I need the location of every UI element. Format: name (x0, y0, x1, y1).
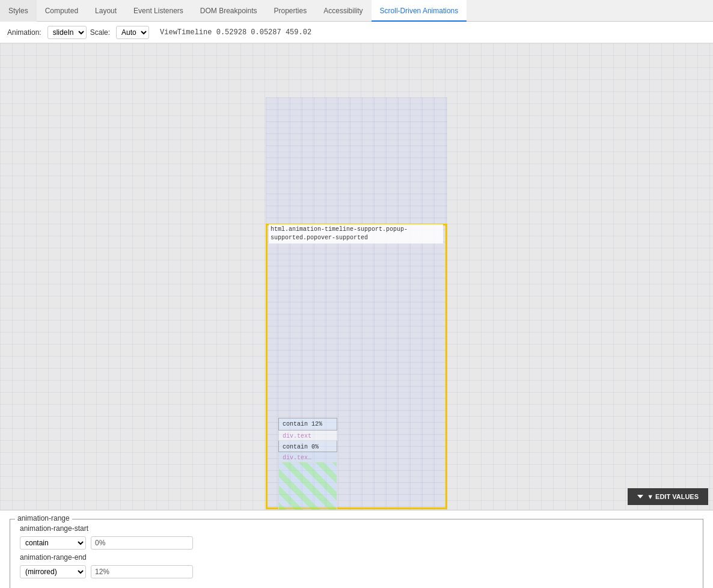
toolbar: Animation: slideIn Scale: Auto ViewTimel… (0, 22, 713, 43)
bottom-panel: animation-range animation-range-start co… (0, 510, 713, 588)
tab-dom-breakpoints[interactable]: DOM Breakpoints (192, 0, 266, 22)
range-end-inputs: (mirrored) contain cover entry exit (20, 565, 693, 578)
div-text-2-row: div.tex… (278, 452, 337, 462)
range-start-row: animation-range-start (20, 524, 693, 533)
contain-0-row: contain 0% (278, 441, 337, 452)
animation-select[interactable]: slideIn (47, 26, 87, 39)
tab-bar: Styles Computed Layout Event Listeners D… (0, 0, 713, 22)
tab-event-listeners[interactable]: Event Listeners (125, 0, 192, 22)
tab-computed[interactable]: Computed (37, 0, 87, 22)
edit-values-label: ▼ EDIT VALUES (647, 493, 699, 500)
tab-scroll-driven-animations[interactable]: Scroll-Driven Animations (372, 0, 467, 22)
scroll-timeline-label: html.animation-timeline-support.popup-su… (269, 224, 443, 243)
range-start-input[interactable] (91, 536, 193, 550)
range-end-row: animation-range-end (20, 553, 693, 562)
canvas-area: html.animation-timeline-support.popup-su… (0, 43, 713, 510)
striped-area (278, 462, 337, 510)
div-text-1-row: div.text (278, 430, 337, 441)
contain-12-label: contain 12% (281, 420, 324, 429)
tab-properties[interactable]: Properties (266, 0, 316, 22)
view-timeline-info: ViewTimeline 0.52928 0.05287 459.02 (160, 28, 311, 37)
tab-accessibility[interactable]: Accessibility (315, 0, 371, 22)
scroll-timeline-box: html.animation-timeline-support.popup-su… (266, 224, 447, 509)
animation-range-fieldset: animation-range animation-range-start co… (10, 519, 703, 588)
animation-label: Animation: (7, 28, 41, 37)
triangle-icon (637, 495, 643, 498)
range-end-input[interactable] (91, 565, 193, 578)
scale-select[interactable]: Auto (116, 26, 149, 39)
edit-values-button[interactable]: ▼ EDIT VALUES (628, 488, 708, 505)
range-start-label: animation-range-start (20, 524, 116, 533)
contain-0-label: contain 0% (281, 443, 320, 452)
range-start-inputs: contain cover entry exit entry-crossing … (20, 536, 693, 550)
range-start-select[interactable]: contain cover entry exit entry-crossing … (20, 536, 86, 550)
contain-12-row: contain 12% (278, 418, 337, 430)
range-end-label: animation-range-end (20, 553, 116, 562)
div-text-2-label: div.tex… (281, 454, 313, 462)
animated-element: contain 12% div.text contain 0% div.tex… (278, 418, 337, 510)
div-text-1-label: div.text (281, 432, 313, 440)
scale-label: Scale: (90, 28, 110, 37)
fieldset-legend: animation-range (15, 514, 72, 522)
tab-styles[interactable]: Styles (0, 0, 37, 22)
tab-layout[interactable]: Layout (87, 0, 125, 22)
page-container: html.animation-timeline-support.popup-su… (266, 97, 447, 510)
range-end-select[interactable]: (mirrored) contain cover entry exit (20, 565, 86, 578)
